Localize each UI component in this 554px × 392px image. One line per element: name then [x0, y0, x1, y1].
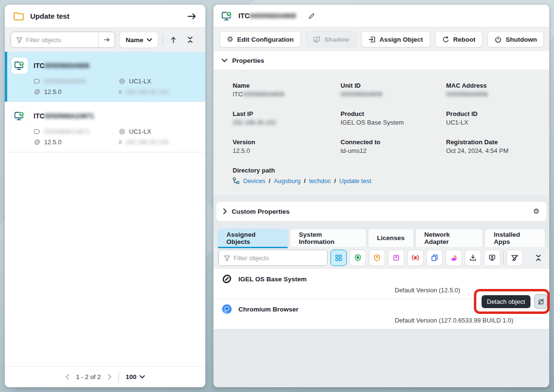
filter-profiles-green-shield-icon[interactable]: [350, 250, 366, 266]
open-directory-arrow-icon[interactable]: [187, 12, 197, 20]
breadcrumb-link[interactable]: Update test: [339, 177, 371, 184]
assign-object-icon: [368, 36, 376, 43]
breadcrumb-link[interactable]: Augsburg: [274, 177, 301, 184]
device-icon: [221, 10, 233, 22]
breadcrumb-link[interactable]: techdoc: [309, 177, 331, 184]
install-to-device-icon-button[interactable]: [484, 250, 500, 266]
tag-icon: [34, 128, 41, 135]
gear-icon: ⚙: [227, 35, 233, 44]
device-version: 12.5.0: [34, 88, 118, 95]
divider: [503, 252, 504, 264]
detach-object-button[interactable]: [534, 294, 548, 309]
tab-network-adapter[interactable]: Network Adapter: [415, 229, 483, 247]
breadcrumb: Devices / Augsburg / techdoc / Update te…: [233, 177, 530, 184]
igel-logo-icon: [34, 88, 41, 95]
detail-empty-area: [213, 329, 549, 387]
detail-header: ITC005056934908: [213, 5, 549, 27]
directory-header: Update test: [5, 5, 205, 28]
device-name: ITC005056934908: [34, 62, 89, 69]
device-ip: # 192.168.30.105: [118, 138, 198, 146]
property-version: Version 12.5.0: [233, 138, 341, 154]
folder-icon: [13, 12, 24, 21]
shutdown-button[interactable]: Shutdown: [487, 31, 544, 47]
more-actions-kebab-icon[interactable]: ⋮: [549, 35, 549, 44]
device-action-toolbar: ⚙ Edit Configuration Shadow Assign Objec…: [213, 27, 549, 51]
section-gap: [213, 221, 549, 229]
chevron-right-icon: [223, 208, 227, 214]
directory-title: Update test: [30, 12, 181, 20]
detach-icon: [537, 298, 544, 305]
rename-pencil-icon[interactable]: [308, 12, 315, 20]
device-name: ITC0050568A23871: [34, 112, 94, 120]
pagination-bar: 1 - 2 of 2 100: [5, 366, 205, 387]
assigned-object-name: IGEL OS Base System: [238, 276, 306, 283]
assign-object-button[interactable]: Assign Object: [361, 31, 430, 47]
custom-properties-gear-icon[interactable]: ⚙: [533, 207, 540, 216]
clear-filter-funnel-slash-icon[interactable]: [507, 250, 523, 266]
properties-title: Properties: [232, 57, 264, 64]
reboot-button[interactable]: Reboot: [435, 31, 483, 47]
assigned-object-version: Default Version (127.0.6533.99 BUILD 1.0…: [395, 317, 542, 324]
chevron-down-icon: [222, 58, 227, 62]
device-details: 005056934908 UC1-LX 12.5.0 # 192.168.30.…: [34, 78, 198, 95]
device-list-item[interactable]: ITC0050568A23871 0050568A23871 UC1-LX 12…: [5, 102, 205, 152]
properties-section-header[interactable]: Properties: [213, 51, 549, 69]
sort-ascending-icon[interactable]: [167, 33, 180, 47]
device-product-id: UC1-LX: [118, 128, 198, 135]
sort-field-dropdown[interactable]: Name: [119, 32, 158, 48]
property-last-ip: Last IP 192.168.30.102: [233, 110, 341, 126]
tab-system-information[interactable]: System Information: [290, 229, 366, 247]
device-details: 0050568A23871 UC1-LX 12.5.0 # 192.168.30…: [34, 128, 198, 146]
next-page-icon[interactable]: [107, 374, 112, 380]
breadcrumb-link[interactable]: Devices: [243, 177, 265, 184]
tab-assigned-objects[interactable]: Assigned Objects: [217, 229, 288, 247]
collapse-list-icon[interactable]: [184, 33, 197, 47]
filter-priority-profiles-orange-shield-icon[interactable]: [369, 250, 385, 266]
device-version: 12.5.0: [34, 138, 118, 146]
directory-path: Directory path Devices / Augsburg / tech…: [233, 167, 530, 184]
divider: [118, 371, 119, 383]
filter-all-objects-grid-icon[interactable]: [330, 250, 347, 266]
download-icon-button[interactable]: [465, 250, 481, 266]
list-empty-area: [5, 152, 205, 366]
filter-pie-pink-icon[interactable]: [446, 250, 462, 266]
device-ip: # 192.168.30.102: [118, 88, 198, 95]
filter-red-circle-icon[interactable]: [407, 250, 424, 266]
divider: [163, 34, 163, 46]
page-size-dropdown[interactable]: 100: [126, 373, 145, 380]
tag-icon: [34, 78, 41, 84]
sort-field-label: Name: [126, 36, 143, 44]
chevron-down-icon: [147, 38, 152, 42]
hash-icon: #: [118, 88, 122, 95]
assigned-object-name: Chromium Browser: [238, 306, 298, 313]
filter-apps-magenta-icon[interactable]: [388, 250, 404, 266]
device-list-item[interactable]: ITC005056934908 005056934908 UC1-LX 12.5…: [5, 52, 205, 102]
chromium-logo-icon: [221, 303, 233, 315]
previous-page-icon[interactable]: [65, 374, 70, 380]
device-unit-id: 005056934908: [34, 78, 118, 85]
collapse-objects-icon[interactable]: [535, 254, 542, 262]
edit-configuration-button[interactable]: ⚙ Edit Configuration: [220, 31, 301, 47]
shadow-monitor-icon: [313, 36, 320, 43]
property-product: Product IGEL OS Base System: [341, 110, 446, 126]
custom-properties-section-header[interactable]: Custom Properties ⚙: [216, 202, 546, 221]
device-product-id: UC1-LX: [118, 78, 198, 85]
section-gap: [213, 195, 549, 202]
property-mac-address: MAC Address 005056934908: [446, 82, 530, 98]
detail-tabs: Assigned Objects System Information Lice…: [213, 229, 549, 247]
filter-objects-input[interactable]: [23, 36, 98, 44]
property-registration-date: Registration Date Oct 24, 2024, 4:54 PM: [446, 138, 530, 154]
tab-installed-apps[interactable]: Installed Apps: [484, 229, 545, 247]
filter-objects-input[interactable]: [231, 254, 323, 262]
list-filter-bar: Name: [5, 28, 205, 52]
device-icon: [12, 58, 28, 74]
apply-filter-arrow-icon[interactable]: [98, 32, 115, 47]
filter-objects-field: [218, 250, 328, 266]
tab-licenses[interactable]: Licenses: [368, 229, 414, 247]
power-icon: [495, 36, 502, 43]
property-name: Name ITC005056934908: [233, 82, 341, 98]
filter-files-blue-icon[interactable]: [426, 250, 443, 266]
page-size-value: 100: [126, 373, 137, 380]
objects-filter-bar: [213, 247, 549, 269]
shadow-button[interactable]: Shadow: [306, 31, 356, 47]
